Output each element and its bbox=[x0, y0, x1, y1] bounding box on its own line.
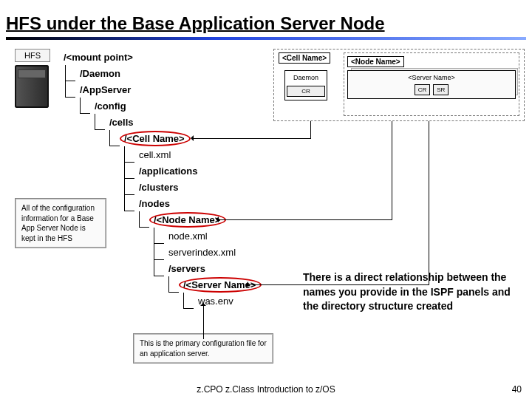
note-hfs-info: All of the configuration information for… bbox=[15, 198, 106, 248]
title-underline bbox=[6, 37, 526, 40]
sr-label: SR bbox=[433, 84, 449, 95]
hfs-label: HFS bbox=[15, 49, 50, 62]
arrow-connector bbox=[429, 121, 429, 285]
arrow-connector bbox=[310, 121, 311, 139]
arrow-node bbox=[217, 219, 392, 220]
diagram: HFS /<mount point> /Daemon /AppServer /c… bbox=[7, 49, 525, 369]
file-cell-xml: cell.xml bbox=[139, 149, 171, 160]
daemon-box: Daemon CR bbox=[284, 70, 327, 100]
path-cell-name: /<Cell Name> bbox=[124, 133, 185, 144]
note-connector bbox=[203, 304, 204, 339]
arrow-cell bbox=[192, 138, 310, 139]
hfs-tree: /<mount point> /Daemon /AppServer /confi… bbox=[59, 49, 256, 309]
path-nodes: /nodes bbox=[139, 198, 170, 209]
path-applications: /applications bbox=[139, 166, 197, 177]
server-image bbox=[15, 65, 49, 108]
server-name-box: <Server Name> CR SR bbox=[347, 70, 516, 99]
arrowhead-up-icon bbox=[200, 300, 206, 306]
cell-box: <Cell Name> Daemon CR <Node Name> <Serve… bbox=[273, 49, 525, 121]
path-appserver: /AppServer bbox=[80, 84, 131, 95]
path-cells: /cells bbox=[109, 117, 134, 128]
node-name-box: <Node Name> bbox=[347, 56, 404, 67]
path-clusters: /clusters bbox=[139, 182, 178, 193]
page-number: 40 bbox=[512, 384, 522, 395]
path-config: /config bbox=[95, 100, 126, 112]
slide-title: HFS under the Base Application Server No… bbox=[6, 13, 526, 34]
cr-box: CR bbox=[287, 86, 325, 97]
file-node-xml: node.xml bbox=[168, 231, 208, 242]
path-node-name: /<Node Name> bbox=[154, 214, 220, 225]
cr-label: CR bbox=[415, 84, 431, 95]
arrow-connector bbox=[392, 121, 392, 220]
node-box: <Node Name> <Server Name> CR SR bbox=[344, 52, 519, 116]
path-servers: /servers bbox=[168, 263, 205, 274]
footer-text: z.CPO z.Class Introduction to z/OS bbox=[0, 384, 532, 395]
note-relationship: There is a direct relationship between t… bbox=[303, 270, 517, 314]
cell-name-box: <Cell Name> bbox=[279, 52, 330, 64]
file-serverindex-xml: serverindex.xml bbox=[168, 247, 236, 258]
path-daemon: /Daemon bbox=[80, 68, 120, 79]
path-mount: /<mount point> bbox=[64, 52, 133, 63]
